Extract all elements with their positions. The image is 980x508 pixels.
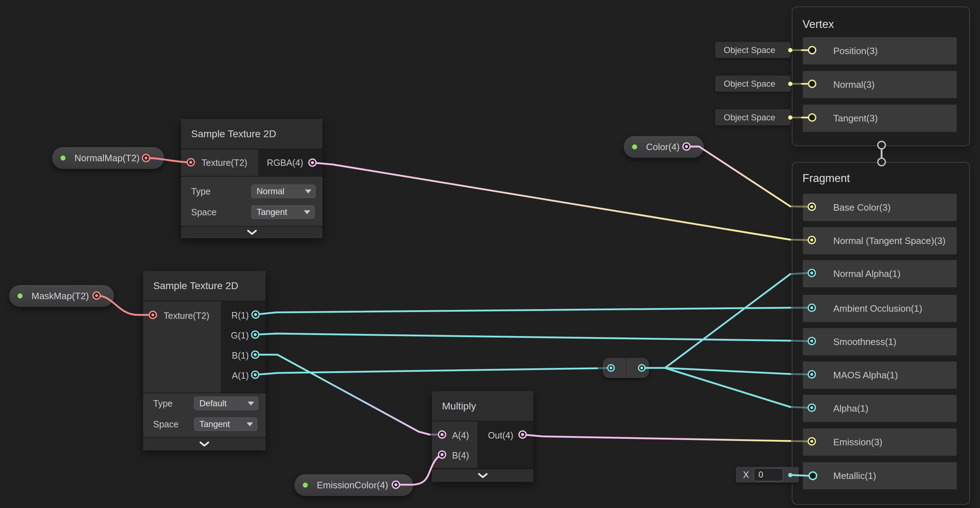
- port-base-color[interactable]: [808, 203, 815, 210]
- objectspace-dot: [788, 115, 792, 120]
- ports: [93, 46, 886, 488]
- port-normal-tangent-space[interactable]: [808, 236, 815, 244]
- port-color-output[interactable]: [683, 143, 690, 150]
- edge-layer: [0, 0, 980, 508]
- edge-rgba-normalts[interactable]: [312, 163, 790, 240]
- edges[interactable]: [97, 50, 881, 485]
- edge-multiply-emission[interactable]: [523, 435, 790, 441]
- port-vertex-position[interactable]: [808, 46, 816, 54]
- port-smoothness[interactable]: [808, 337, 815, 345]
- port-r-output[interactable]: [252, 311, 259, 318]
- port-maskmap-output[interactable]: [93, 292, 100, 299]
- port-multiply-a[interactable]: [439, 431, 445, 438]
- port-a-output[interactable]: [251, 371, 259, 378]
- port-emission[interactable]: [808, 438, 815, 445]
- context-connector-top[interactable]: [878, 142, 886, 149]
- edge-emissioncolor-multiply-b[interactable]: [396, 455, 442, 485]
- port-texture-input-bottom[interactable]: [149, 312, 156, 318]
- objectspace-dot: [788, 81, 792, 86]
- edge-b-multiply-a[interactable]: [255, 355, 430, 435]
- port-normalmap-output[interactable]: [142, 154, 150, 161]
- shader-graph-canvas[interactable]: Vertex Position(3) Normal(3) Tangent(3) …: [0, 0, 980, 508]
- port-emissioncolor-output[interactable]: [392, 481, 399, 488]
- port-g-output[interactable]: [251, 331, 259, 338]
- port-metallic[interactable]: [809, 472, 817, 480]
- edge-normalmap-texture[interactable]: [146, 158, 191, 162]
- port-maos-alpha[interactable]: [808, 371, 815, 378]
- port-redirect-in[interactable]: [608, 365, 614, 371]
- port-normal-alpha[interactable]: [808, 269, 815, 276]
- port-rgba-output[interactable]: [309, 159, 316, 166]
- port-redirect-out[interactable]: [638, 365, 645, 371]
- edge-x-metallic[interactable]: [792, 475, 808, 476]
- port-alpha[interactable]: [808, 404, 815, 411]
- edge-maskmap-texture[interactable]: [97, 296, 153, 315]
- edge-objectspace-ports: [802, 50, 808, 118]
- port-multiply-b[interactable]: [439, 451, 445, 458]
- port-ambient-occlusion[interactable]: [808, 304, 815, 312]
- context-connector-bottom[interactable]: [878, 158, 886, 166]
- objectspace-dot: [788, 48, 792, 52]
- edge-r-ambientocclusion[interactable]: [256, 308, 790, 315]
- port-vertex-tangent[interactable]: [808, 114, 816, 121]
- port-b-output[interactable]: [251, 351, 259, 358]
- port-multiply-out[interactable]: [519, 431, 526, 438]
- port-vertex-normal[interactable]: [808, 80, 816, 88]
- metallic-default-dot: [788, 473, 792, 477]
- edge-color-basecolor[interactable]: [687, 147, 790, 206]
- port-texture-input-top[interactable]: [187, 159, 194, 166]
